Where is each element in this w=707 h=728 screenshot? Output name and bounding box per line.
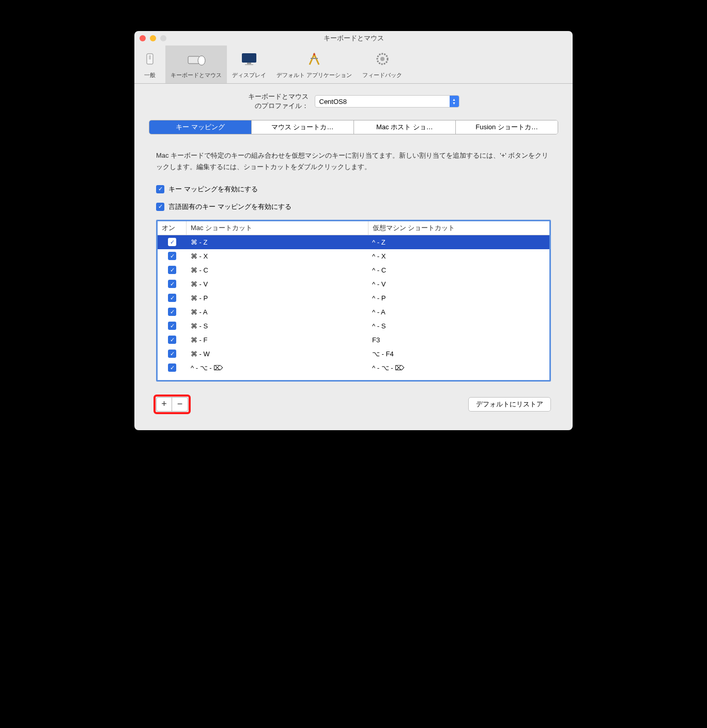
checkbox-checked-icon[interactable]: ✓: [168, 252, 176, 260]
tab-fusion-shortcuts[interactable]: Fusion ショートカ…: [456, 120, 558, 134]
preferences-window: キーボードとマウス 一般 キーボードとマウス ディスプレイ デフォルト アプリケ…: [134, 31, 573, 430]
maximize-button[interactable]: [160, 35, 166, 41]
table-row[interactable]: ✓⌘ - A^ - A: [158, 305, 549, 319]
toolbar-default-apps[interactable]: デフォルト アプリケーション: [271, 46, 357, 83]
row-vm-shortcut: ^ - P: [368, 294, 549, 302]
close-button[interactable]: [140, 35, 146, 41]
profile-select[interactable]: CentOS8 ▲▼: [315, 95, 459, 108]
checkbox-checked-icon[interactable]: ✓: [168, 363, 176, 372]
add-remove-group: + −: [156, 397, 188, 412]
row-mac-shortcut: ⌘ - C: [187, 266, 368, 274]
table-body: ✓⌘ - Z^ - Z✓⌘ - X^ - X✓⌘ - C^ - C✓⌘ - V^…: [158, 235, 549, 380]
toolbar: 一般 キーボードとマウス ディスプレイ デフォルト アプリケーション フィードバ…: [134, 46, 573, 84]
window-title: キーボードとマウス: [134, 34, 573, 43]
enable-mapping-label: キー マッピングを有効にする: [168, 185, 258, 194]
table-row[interactable]: ✓⌘ - W⌥ - F4: [158, 347, 549, 361]
add-button[interactable]: +: [157, 398, 172, 411]
row-on: ✓: [158, 336, 187, 344]
table-row[interactable]: ✓⌘ - P^ - P: [158, 291, 549, 305]
row-on: ✓: [158, 252, 187, 260]
checkbox-checked-icon[interactable]: ✓: [168, 322, 176, 330]
row-vm-shortcut: F3: [368, 336, 549, 344]
remove-button[interactable]: −: [172, 398, 188, 411]
row-vm-shortcut: ^ - A: [368, 308, 549, 316]
add-button-highlight: + −: [153, 395, 191, 414]
row-mac-shortcut: ⌘ - W: [187, 350, 368, 358]
row-vm-shortcut: ^ - Z: [368, 238, 549, 246]
toolbar-display[interactable]: ディスプレイ: [227, 46, 271, 83]
enable-mapping-row[interactable]: ✓ キー マッピングを有効にする: [156, 185, 551, 194]
header-mac[interactable]: Mac ショートカット: [187, 221, 368, 235]
toolbar-label: ディスプレイ: [232, 71, 266, 79]
table-row[interactable]: ✓⌘ - Z^ - Z: [158, 235, 549, 249]
toolbar-label: フィードバック: [362, 71, 402, 79]
row-vm-shortcut: ^ - ⌥ - ⌦: [368, 364, 549, 372]
titlebar: キーボードとマウス: [134, 31, 573, 46]
svg-rect-4: [242, 53, 256, 63]
mouse-icon: [186, 49, 207, 69]
checkbox-checked-icon[interactable]: ✓: [168, 280, 176, 288]
checkbox-checked-icon[interactable]: ✓: [156, 185, 164, 193]
row-mac-shortcut: ⌘ - S: [187, 322, 368, 330]
svg-point-9: [380, 57, 385, 61]
description-text: Mac キーボードで特定のキーの組み合わせを仮想マシンのキーに割り当てます。新し…: [156, 150, 551, 173]
row-mac-shortcut: ⌘ - F: [187, 336, 368, 344]
header-on[interactable]: オン: [158, 221, 187, 235]
row-vm-shortcut: ^ - S: [368, 322, 549, 330]
restore-defaults-button[interactable]: デフォルトにリストア: [468, 397, 551, 412]
row-vm-shortcut: ⌥ - F4: [368, 350, 549, 358]
minimize-button[interactable]: [150, 35, 156, 41]
content: Mac キーボードで特定のキーの組み合わせを仮想マシンのキーに割り当てます。新し…: [134, 134, 573, 381]
row-on: ✓: [158, 350, 187, 358]
toolbar-keyboard-mouse[interactable]: キーボードとマウス: [165, 46, 227, 83]
svg-point-3: [198, 56, 205, 65]
checkbox-checked-icon[interactable]: ✓: [168, 350, 176, 358]
row-on: ✓: [158, 294, 187, 302]
tab-mac-host[interactable]: Mac ホスト ショ…: [354, 120, 456, 134]
row-mac-shortcut: ⌘ - Z: [187, 238, 368, 246]
table-row[interactable]: ✓⌘ - S^ - S: [158, 319, 549, 333]
row-mac-shortcut: ⌘ - P: [187, 294, 368, 302]
tab-key-mapping[interactable]: キー マッピング: [149, 120, 252, 134]
row-on: ✓: [158, 266, 187, 274]
row-on: ✓: [158, 308, 187, 316]
gear-icon: [372, 49, 393, 69]
table-header: オン Mac ショートカット 仮想マシン ショートカット: [158, 221, 549, 235]
tab-mouse-shortcuts[interactable]: マウス ショートカ…: [252, 120, 354, 134]
table-row[interactable]: ✓^ - ⌥ - ⌦^ - ⌥ - ⌦: [158, 361, 549, 375]
svg-rect-5: [247, 63, 251, 64]
row-vm-shortcut: ^ - V: [368, 280, 549, 288]
table-row[interactable]: ✓⌘ - X^ - X: [158, 249, 549, 263]
enable-lang-row[interactable]: ✓ 言語固有のキー マッピングを有効にする: [156, 202, 551, 211]
footer: + − デフォルトにリストア: [134, 382, 573, 430]
checkbox-checked-icon[interactable]: ✓: [168, 238, 176, 246]
toolbar-label: 一般: [144, 71, 156, 79]
checkbox-checked-icon[interactable]: ✓: [168, 308, 176, 316]
row-mac-shortcut: ⌘ - X: [187, 252, 368, 260]
apps-icon: [304, 49, 325, 69]
row-mac-shortcut: ^ - ⌥ - ⌦: [187, 364, 368, 372]
checkbox-checked-icon[interactable]: ✓: [168, 266, 176, 274]
checkbox-checked-icon[interactable]: ✓: [156, 203, 164, 211]
toolbar-label: デフォルト アプリケーション: [276, 71, 352, 79]
toolbar-feedback[interactable]: フィードバック: [357, 46, 407, 83]
row-mac-shortcut: ⌘ - V: [187, 280, 368, 288]
table-row[interactable]: ✓⌘ - V^ - V: [158, 277, 549, 291]
checkbox-checked-icon[interactable]: ✓: [168, 294, 176, 302]
row-vm-shortcut: ^ - C: [368, 266, 549, 274]
toolbar-general[interactable]: 一般: [134, 46, 165, 83]
table-row[interactable]: ✓⌘ - C^ - C: [158, 263, 549, 277]
profile-row: キーボードとマウスのプロファイル： CentOS8 ▲▼: [134, 84, 573, 116]
row-mac-shortcut: ⌘ - A: [187, 308, 368, 316]
tabbar: キー マッピング マウス ショートカ… Mac ホスト ショ… Fusion シ…: [149, 120, 558, 134]
header-vm[interactable]: 仮想マシン ショートカット: [368, 221, 550, 235]
toolbar-label: キーボードとマウス: [171, 71, 222, 79]
svg-point-7: [313, 53, 315, 55]
checkbox-checked-icon[interactable]: ✓: [168, 336, 176, 344]
row-on: ✓: [158, 322, 187, 330]
row-on: ✓: [158, 238, 187, 246]
traffic-lights: [140, 35, 166, 41]
table-row[interactable]: ✓⌘ - FF3: [158, 333, 549, 347]
display-icon: [239, 49, 259, 69]
chevron-updown-icon: ▲▼: [450, 96, 459, 107]
